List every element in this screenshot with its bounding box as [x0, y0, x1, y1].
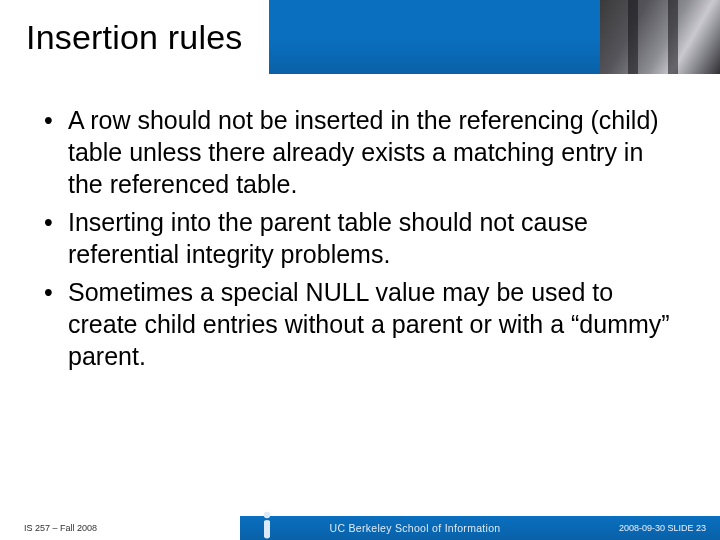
school-prefix: UC Berkeley: [330, 522, 392, 534]
footer: IS 257 – Fall 2008 UC Berkeley School of…: [0, 504, 720, 540]
footer-overlay: IS 257 – Fall 2008 UC Berkeley School of…: [0, 516, 720, 540]
bullet-list: A row should not be inserted in the refe…: [40, 104, 680, 372]
list-item: A row should not be inserted in the refe…: [40, 104, 680, 200]
svg-point-0: [264, 512, 270, 518]
footer-left: IS 257 – Fall 2008: [0, 516, 240, 540]
slide-body: A row should not be inserted in the refe…: [40, 104, 680, 378]
footer-right: 2008-09-30 SLIDE 23: [560, 516, 720, 540]
ischool-logo-icon: [258, 510, 276, 540]
list-item: Sometimes a special NULL value may be us…: [40, 276, 680, 372]
footer-center: UC Berkeley School of Information: [240, 516, 560, 540]
school-label: UC Berkeley School of Information: [330, 522, 501, 534]
list-item: Inserting into the parent table should n…: [40, 206, 680, 270]
title-bar: Insertion rules: [0, 0, 720, 74]
title-bar-photo: [600, 0, 720, 74]
slide: Insertion rules A row should not be inse…: [0, 0, 720, 540]
school-suffix: School of Information: [395, 522, 501, 534]
course-label: IS 257 – Fall 2008: [24, 523, 97, 533]
title-box: Insertion rules: [0, 0, 269, 74]
date-slide-label: 2008-09-30 SLIDE 23: [619, 523, 706, 533]
slide-title: Insertion rules: [26, 18, 243, 57]
